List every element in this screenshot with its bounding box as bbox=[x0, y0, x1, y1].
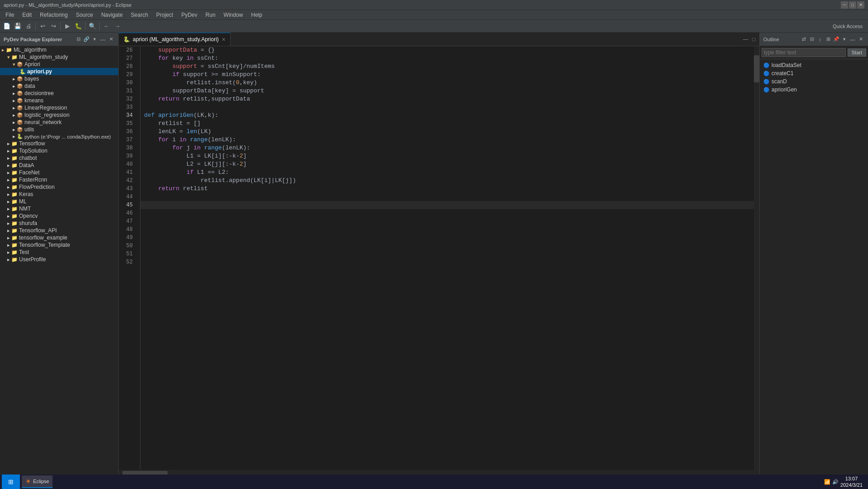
outline-item-aprioregen[interactable]: 🔵 aprioriGen bbox=[760, 86, 868, 94]
tree-item-tfexample[interactable]: ▸ 📁 tensorflow_example bbox=[0, 234, 118, 241]
tree-item-flowprediction[interactable]: ▸ 📁 FlowPrediction bbox=[0, 183, 118, 191]
sidebar-close-btn[interactable]: ✕ bbox=[107, 36, 115, 43]
tree-item-logreg[interactable]: ▸ 📦 logistic_regression bbox=[0, 111, 118, 119]
toolbar-undo[interactable]: ↩ bbox=[38, 21, 48, 31]
code-line-38: for j in range(lenLK): bbox=[140, 144, 754, 152]
taskbar-start-btn[interactable]: ⊞ bbox=[2, 475, 20, 489]
tree-item-tensorflow[interactable]: ▸ 📁 Tensorflow bbox=[0, 140, 118, 147]
folder-expand-icon: ▸ bbox=[7, 148, 10, 154]
code-line-31: supportData[key] = support bbox=[140, 87, 754, 95]
toolbar-search[interactable]: 🔍 bbox=[87, 21, 97, 31]
tree-item-dataa[interactable]: ▸ 📁 DataA bbox=[0, 162, 118, 169]
code-editor[interactable]: 26 27 28 29 30 31 32 33 34 35 36 37 38 3… bbox=[119, 46, 754, 470]
tree-item-topsolution[interactable]: ▸ 📁 TopSolution bbox=[0, 147, 118, 154]
menu-search[interactable]: Search bbox=[127, 11, 152, 19]
outline-item-createc1[interactable]: 🔵 createC1 bbox=[760, 69, 868, 77]
tab-max-btn[interactable]: □ bbox=[750, 36, 757, 43]
outline-min-btn[interactable]: — bbox=[849, 36, 856, 43]
folder-icon: 📁 bbox=[11, 235, 18, 241]
tree-label: UserProfile bbox=[19, 256, 46, 263]
tree-item-neural[interactable]: ▸ 📦 neural_network bbox=[0, 119, 118, 126]
folder-icon: 📁 bbox=[11, 249, 18, 255]
tree-item-userprofile[interactable]: ▸ 📁 UserProfile bbox=[0, 256, 118, 263]
outline-tools: ⇄ ⊟ ↕ ⊞ 📌 ▾ — ✕ bbox=[800, 36, 864, 43]
tray-network-icon: 📶 bbox=[824, 479, 830, 485]
code-editor-container: 26 27 28 29 30 31 32 33 34 35 36 37 38 3… bbox=[119, 46, 759, 470]
tree-item-fasterrcnn[interactable]: ▸ 📁 FasterRcnn bbox=[0, 176, 118, 183]
outline-sort-btn[interactable]: ↕ bbox=[816, 36, 824, 43]
toolbar-forward[interactable]: → bbox=[112, 21, 122, 31]
outline-sync-btn[interactable]: ⇄ bbox=[800, 36, 807, 43]
tree-item-tftemplate[interactable]: ▸ 📁 Tensorflow_Template bbox=[0, 241, 118, 249]
folder-icon: 📁 bbox=[11, 155, 18, 161]
tree-label: DataA bbox=[19, 162, 34, 168]
menu-refactoring[interactable]: Refactoring bbox=[36, 11, 71, 19]
folder-expand-icon: ▸ bbox=[7, 228, 10, 234]
window-controls: ─ □ ✕ bbox=[841, 1, 864, 9]
outline-item-loaddataset[interactable]: 🔵 loadDataSet bbox=[760, 61, 868, 69]
tree-item-python[interactable]: ▸ 🐍 python (e:\Progr ... conda3\python.e… bbox=[0, 133, 118, 140]
tree-item-tfapi[interactable]: ▸ 📁 Tensorflow_API bbox=[0, 227, 118, 234]
toolbar-save[interactable]: 💾 bbox=[13, 21, 23, 31]
tree-item-apriori[interactable]: ▾ 📦 Apriori bbox=[0, 61, 118, 68]
menu-edit[interactable]: Edit bbox=[19, 11, 35, 19]
tree-item-test[interactable]: ▸ 📁 Test bbox=[0, 249, 118, 256]
menu-run[interactable]: Run bbox=[202, 11, 219, 19]
folder-expand-icon: ▸ bbox=[7, 221, 10, 226]
outline-menu-btn[interactable]: ▾ bbox=[841, 36, 848, 43]
tree-item-shurufa[interactable]: ▸ 📁 shurufa bbox=[0, 220, 118, 227]
tree-item-linearreg[interactable]: ▸ 📦 LinearRegression bbox=[0, 104, 118, 111]
sidebar-link-btn[interactable]: 🔗 bbox=[83, 36, 90, 43]
maximize-button[interactable]: □ bbox=[849, 1, 856, 9]
toolbar-back[interactable]: ← bbox=[101, 21, 111, 31]
tree-item-chatbot[interactable]: ▸ 📁 chatbot bbox=[0, 154, 118, 162]
code-content[interactable]: supportData = {} for key in ssCnt: suppo… bbox=[140, 46, 754, 470]
toolbar-new[interactable]: 📄 bbox=[2, 21, 12, 31]
menu-help[interactable]: Help bbox=[247, 11, 266, 19]
tab-min-btn[interactable]: — bbox=[742, 36, 749, 43]
sidebar-minimize-btn[interactable]: — bbox=[99, 36, 106, 43]
tree-item-data[interactable]: ▸ 📦 data bbox=[0, 82, 118, 90]
taskbar-eclipse[interactable]: ☀ Eclipse bbox=[22, 475, 53, 488]
tree-item-ml[interactable]: ▸ 📁 ML bbox=[0, 198, 118, 205]
outline-close-btn[interactable]: ✕ bbox=[857, 36, 864, 43]
close-button[interactable]: ✕ bbox=[857, 1, 864, 9]
menu-pydev[interactable]: PyDev bbox=[178, 11, 201, 19]
menu-window[interactable]: Window bbox=[220, 11, 247, 19]
outline-pin-btn[interactable]: 📌 bbox=[833, 36, 840, 43]
sidebar-collapse-btn[interactable]: ⊟ bbox=[75, 36, 82, 43]
tree-item-kmeans[interactable]: ▸ 📦 kmeans bbox=[0, 97, 118, 104]
toolbar-print[interactable]: 🖨 bbox=[24, 21, 34, 31]
editor-tab-apriori[interactable]: 🐍 apriori (ML_algorithm_study.Apriori) ✕ bbox=[119, 33, 231, 46]
outline-item-scand[interactable]: 🔵 scanD bbox=[760, 77, 868, 86]
menu-source[interactable]: Source bbox=[72, 11, 96, 19]
minimize-button[interactable]: ─ bbox=[841, 1, 848, 9]
outline-start-button[interactable]: Start bbox=[848, 48, 866, 57]
tree-item-utils[interactable]: ▸ 📦 utils bbox=[0, 126, 118, 133]
scrollbar-thumb-h[interactable] bbox=[122, 471, 168, 475]
folder-icon: 📁 bbox=[11, 257, 18, 263]
tree-item-bayes[interactable]: ▸ 📦 bayes bbox=[0, 75, 118, 82]
tree-item-ml-study[interactable]: ▾ 📁 ML_algorithm_study bbox=[0, 53, 118, 61]
tree-item-opencv[interactable]: ▸ 📁 Opencv bbox=[0, 212, 118, 220]
tree-label: ML bbox=[19, 198, 27, 205]
tree-item-apriori-py[interactable]: 🐍 apriori.py bbox=[0, 68, 118, 75]
toolbar-redo[interactable]: ↪ bbox=[48, 21, 58, 31]
scrollbar-thumb-v[interactable] bbox=[754, 55, 759, 82]
toolbar-debug[interactable]: 🐛 bbox=[73, 21, 83, 31]
sidebar-menu-btn[interactable]: ▾ bbox=[91, 36, 98, 43]
toolbar-run[interactable]: ▶ bbox=[63, 21, 72, 31]
outline-collapse-btn[interactable]: ⊟ bbox=[808, 36, 815, 43]
editor-scrollbar-v[interactable] bbox=[754, 46, 759, 470]
tree-item-facenet[interactable]: ▸ 📁 FaceNet bbox=[0, 169, 118, 176]
menu-navigate[interactable]: Navigate bbox=[97, 11, 126, 19]
tree-item-decisiontree[interactable]: ▸ 📦 decisiontree bbox=[0, 90, 118, 97]
outline-filter-btn[interactable]: ⊞ bbox=[825, 36, 832, 43]
tree-item-keras[interactable]: ▸ 📁 Keras bbox=[0, 191, 118, 198]
tree-item-nmt[interactable]: ▸ 📁 NMT bbox=[0, 205, 118, 212]
menu-project[interactable]: Project bbox=[153, 11, 177, 19]
menu-file[interactable]: File bbox=[2, 11, 18, 19]
tree-item-ml-algorithm[interactable]: ▸ 📁 ML_algorithm bbox=[0, 46, 118, 53]
tab-close-btn[interactable]: ✕ bbox=[222, 37, 226, 43]
outline-filter-input[interactable] bbox=[762, 48, 846, 57]
